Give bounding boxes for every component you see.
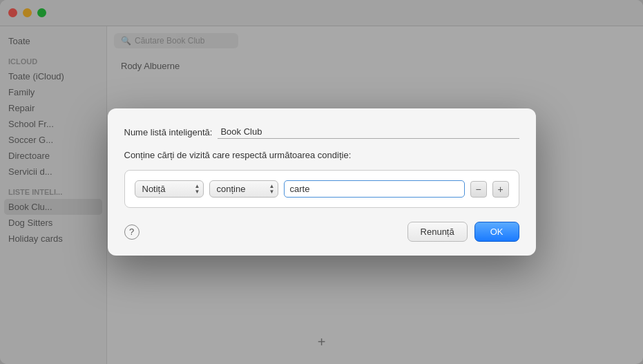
arrow-up-icon: ▲ [195,184,200,189]
field-select-value: Notiță [142,184,166,194]
smart-list-dialog: Nume listă inteligentă: Conține cărți de… [108,108,536,256]
condition-box: Notiță ▲ ▼ conține ▲ ▼ [124,170,519,208]
arrow-down-icon2: ▼ [269,189,275,195]
ok-button[interactable]: OK [474,222,519,242]
ok-label: OK [490,227,503,237]
cancel-button[interactable]: Renunță [407,222,468,242]
arrow-up-icon2: ▲ [269,184,275,189]
remove-condition-button[interactable]: − [470,181,487,198]
plus-icon: + [497,184,503,195]
modal-footer: ? Renunță OK [124,222,519,242]
operator-select-value: conține [217,184,246,194]
add-condition-button[interactable]: + [492,181,509,198]
condition-text-input[interactable] [284,180,465,198]
minus-icon: − [475,184,481,195]
modal-overlay: Nume listă inteligentă: Conține cărți de… [0,0,643,364]
field-select[interactable]: Notiță ▲ ▼ [135,180,204,198]
field-select-arrows: ▲ ▼ [195,184,200,195]
operator-select-wrapper[interactable]: conține ▲ ▼ [209,180,278,198]
name-input[interactable] [218,125,519,139]
cancel-label: Renunță [421,227,454,237]
operator-select-arrows: ▲ ▼ [269,184,275,195]
arrow-down-icon: ▼ [195,189,200,195]
field-select-wrapper[interactable]: Notiță ▲ ▼ [135,180,204,198]
condition-subtitle: Conține cărți de vizită care respectă ur… [124,150,519,160]
help-button[interactable]: ? [124,224,140,240]
help-icon: ? [129,227,134,237]
condition-row: Notiță ▲ ▼ conține ▲ ▼ [135,180,509,198]
footer-buttons: Renunță OK [407,222,519,242]
operator-select[interactable]: conține ▲ ▼ [209,180,278,198]
name-row: Nume listă inteligentă: [124,125,519,139]
name-label: Nume listă inteligentă: [124,127,213,137]
